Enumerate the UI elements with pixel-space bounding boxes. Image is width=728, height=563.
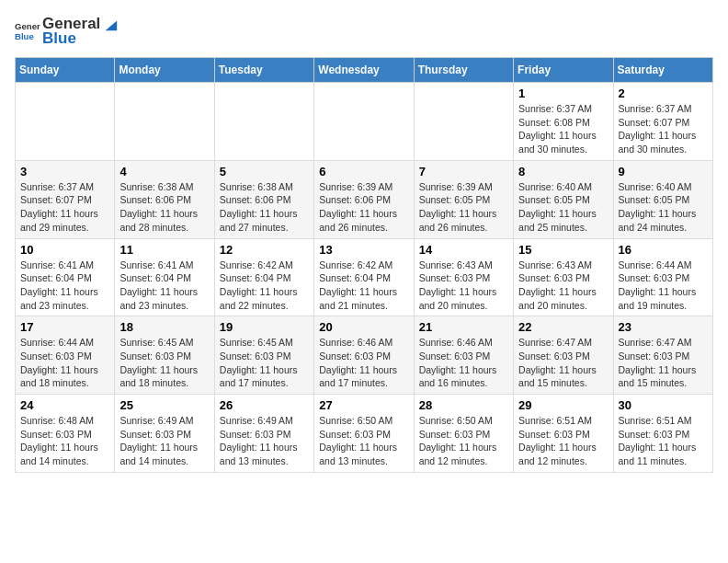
day-info: Sunrise: 6:48 AM Sunset: 6:03 PM Dayligh… — [20, 414, 109, 468]
day-number: 5 — [220, 165, 309, 178]
day-info: Sunrise: 6:41 AM Sunset: 6:04 PM Dayligh… — [20, 259, 109, 313]
day-number: 21 — [419, 320, 508, 334]
day-cell: 28Sunrise: 6:50 AM Sunset: 6:03 PM Dayli… — [414, 395, 513, 473]
day-number: 27 — [319, 398, 408, 412]
day-cell: 18Sunrise: 6:45 AM Sunset: 6:03 PM Dayli… — [115, 316, 214, 395]
day-cell: 19Sunrise: 6:45 AM Sunset: 6:03 PM Dayli… — [214, 316, 313, 395]
svg-text:Blue: Blue — [15, 31, 34, 41]
day-number: 2 — [619, 86, 708, 100]
svg-marker-3 — [106, 20, 118, 30]
day-cell — [214, 83, 313, 161]
day-info: Sunrise: 6:49 AM Sunset: 6:03 PM Dayligh… — [119, 414, 209, 468]
week-row-3: 10Sunrise: 6:41 AM Sunset: 6:04 PM Dayli… — [16, 238, 713, 316]
day-number: 26 — [220, 398, 309, 412]
day-number: 18 — [119, 320, 209, 334]
day-cell: 17Sunrise: 6:44 AM Sunset: 6:03 PM Dayli… — [16, 316, 115, 395]
day-cell — [115, 83, 214, 161]
day-info: Sunrise: 6:39 AM Sunset: 6:05 PM Dayligh… — [419, 180, 508, 235]
day-info: Sunrise: 6:37 AM Sunset: 6:07 PM Dayligh… — [20, 180, 109, 235]
day-cell: 8Sunrise: 6:40 AM Sunset: 6:05 PM Daylig… — [514, 160, 613, 238]
day-number: 20 — [319, 320, 408, 334]
day-info: Sunrise: 6:43 AM Sunset: 6:03 PM Dayligh… — [518, 259, 608, 313]
day-cell: 7Sunrise: 6:39 AM Sunset: 6:05 PM Daylig… — [414, 160, 513, 238]
weekday-header-wednesday: Wednesday — [314, 58, 414, 83]
day-number: 24 — [20, 398, 109, 412]
day-info: Sunrise: 6:50 AM Sunset: 6:03 PM Dayligh… — [319, 414, 408, 468]
day-number: 6 — [319, 165, 408, 178]
day-cell: 6Sunrise: 6:39 AM Sunset: 6:06 PM Daylig… — [314, 160, 414, 238]
day-cell: 13Sunrise: 6:42 AM Sunset: 6:04 PM Dayli… — [314, 238, 414, 316]
day-info: Sunrise: 6:51 AM Sunset: 6:03 PM Dayligh… — [518, 414, 608, 468]
day-cell: 3Sunrise: 6:37 AM Sunset: 6:07 PM Daylig… — [16, 160, 115, 238]
day-info: Sunrise: 6:45 AM Sunset: 6:03 PM Dayligh… — [220, 336, 309, 390]
day-number: 13 — [319, 243, 408, 257]
logo-triangle-icon — [102, 16, 119, 32]
day-cell: 22Sunrise: 6:47 AM Sunset: 6:03 PM Dayli… — [514, 316, 613, 395]
day-number: 3 — [20, 165, 109, 178]
logo: General Blue General Blue — [15, 15, 119, 48]
day-cell: 27Sunrise: 6:50 AM Sunset: 6:03 PM Dayli… — [314, 395, 414, 473]
day-info: Sunrise: 6:49 AM Sunset: 6:03 PM Dayligh… — [220, 414, 309, 468]
day-number: 30 — [619, 398, 708, 412]
day-cell — [16, 83, 115, 161]
day-info: Sunrise: 6:38 AM Sunset: 6:06 PM Dayligh… — [220, 180, 309, 235]
week-row-5: 24Sunrise: 6:48 AM Sunset: 6:03 PM Dayli… — [16, 395, 713, 473]
day-info: Sunrise: 6:43 AM Sunset: 6:03 PM Dayligh… — [419, 259, 508, 313]
day-number: 12 — [220, 243, 309, 257]
day-cell: 4Sunrise: 6:38 AM Sunset: 6:06 PM Daylig… — [115, 160, 214, 238]
week-row-1: 1Sunrise: 6:37 AM Sunset: 6:08 PM Daylig… — [16, 83, 713, 161]
day-number: 7 — [419, 165, 508, 178]
day-info: Sunrise: 6:50 AM Sunset: 6:03 PM Dayligh… — [419, 414, 508, 468]
day-info: Sunrise: 6:44 AM Sunset: 6:03 PM Dayligh… — [20, 336, 109, 390]
day-number: 25 — [119, 398, 209, 412]
day-cell: 14Sunrise: 6:43 AM Sunset: 6:03 PM Dayli… — [414, 238, 513, 316]
day-info: Sunrise: 6:44 AM Sunset: 6:03 PM Dayligh… — [619, 259, 708, 313]
day-cell: 2Sunrise: 6:37 AM Sunset: 6:07 PM Daylig… — [613, 83, 712, 161]
day-info: Sunrise: 6:40 AM Sunset: 6:05 PM Dayligh… — [518, 180, 608, 235]
day-cell: 10Sunrise: 6:41 AM Sunset: 6:04 PM Dayli… — [16, 238, 115, 316]
day-cell: 15Sunrise: 6:43 AM Sunset: 6:03 PM Dayli… — [514, 238, 613, 316]
calendar-table: SundayMondayTuesdayWednesdayThursdayFrid… — [15, 57, 713, 473]
week-row-2: 3Sunrise: 6:37 AM Sunset: 6:07 PM Daylig… — [16, 160, 713, 238]
day-number: 19 — [220, 320, 309, 334]
svg-text:General: General — [15, 21, 40, 31]
page-header: General Blue General Blue — [15, 15, 713, 48]
day-info: Sunrise: 6:45 AM Sunset: 6:03 PM Dayligh… — [119, 336, 209, 390]
day-number: 23 — [619, 320, 708, 334]
day-info: Sunrise: 6:47 AM Sunset: 6:03 PM Dayligh… — [619, 336, 708, 390]
day-cell: 12Sunrise: 6:42 AM Sunset: 6:04 PM Dayli… — [214, 238, 313, 316]
day-number: 14 — [419, 243, 508, 257]
day-cell: 29Sunrise: 6:51 AM Sunset: 6:03 PM Dayli… — [514, 395, 613, 473]
day-cell: 30Sunrise: 6:51 AM Sunset: 6:03 PM Dayli… — [613, 395, 712, 473]
day-cell: 5Sunrise: 6:38 AM Sunset: 6:06 PM Daylig… — [214, 160, 313, 238]
day-cell: 25Sunrise: 6:49 AM Sunset: 6:03 PM Dayli… — [115, 395, 214, 473]
day-info: Sunrise: 6:39 AM Sunset: 6:06 PM Dayligh… — [319, 180, 408, 235]
day-number: 4 — [119, 165, 209, 178]
day-cell: 9Sunrise: 6:40 AM Sunset: 6:05 PM Daylig… — [613, 160, 712, 238]
day-info: Sunrise: 6:37 AM Sunset: 6:07 PM Dayligh… — [619, 102, 708, 156]
day-info: Sunrise: 6:51 AM Sunset: 6:03 PM Dayligh… — [619, 414, 708, 468]
day-number: 17 — [20, 320, 109, 334]
week-row-4: 17Sunrise: 6:44 AM Sunset: 6:03 PM Dayli… — [16, 316, 713, 395]
day-info: Sunrise: 6:38 AM Sunset: 6:06 PM Dayligh… — [119, 180, 209, 235]
day-cell: 20Sunrise: 6:46 AM Sunset: 6:03 PM Dayli… — [314, 316, 414, 395]
day-cell: 26Sunrise: 6:49 AM Sunset: 6:03 PM Dayli… — [214, 395, 313, 473]
day-cell — [314, 83, 414, 161]
day-info: Sunrise: 6:42 AM Sunset: 6:04 PM Dayligh… — [220, 259, 309, 313]
day-info: Sunrise: 6:46 AM Sunset: 6:03 PM Dayligh… — [319, 336, 408, 390]
day-number: 11 — [119, 243, 209, 257]
weekday-header-tuesday: Tuesday — [214, 58, 313, 83]
day-info: Sunrise: 6:40 AM Sunset: 6:05 PM Dayligh… — [619, 180, 708, 235]
day-cell: 1Sunrise: 6:37 AM Sunset: 6:08 PM Daylig… — [514, 83, 613, 161]
weekday-header-saturday: Saturday — [613, 58, 712, 83]
logo-icon: General Blue — [15, 18, 40, 44]
day-cell: 16Sunrise: 6:44 AM Sunset: 6:03 PM Dayli… — [613, 238, 712, 316]
day-cell: 23Sunrise: 6:47 AM Sunset: 6:03 PM Dayli… — [613, 316, 712, 395]
day-number: 10 — [20, 243, 109, 257]
day-cell — [414, 83, 513, 161]
day-info: Sunrise: 6:42 AM Sunset: 6:04 PM Dayligh… — [319, 259, 408, 313]
weekday-header-thursday: Thursday — [414, 58, 513, 83]
day-cell: 21Sunrise: 6:46 AM Sunset: 6:03 PM Dayli… — [414, 316, 513, 395]
day-number: 9 — [619, 165, 708, 178]
day-number: 15 — [518, 243, 608, 257]
